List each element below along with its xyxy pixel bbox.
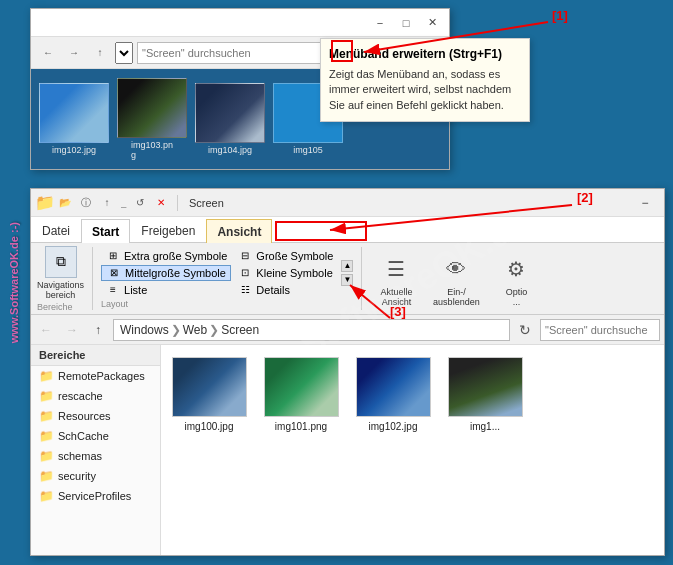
addr-refresh-button[interactable]: ↻: [514, 319, 536, 341]
tab-start[interactable]: Start: [81, 219, 130, 243]
file-grid-inner: img100.jpg img101.png img102.jpg img1...: [169, 353, 656, 436]
qat-up[interactable]: ↑: [98, 194, 116, 212]
up-button[interactable]: ↑: [89, 42, 111, 64]
bottom-window: 📁 📂 ⓘ ↑ ⎯ ↺ ✕ Screen − Datei Start Freig…: [30, 188, 665, 556]
back-button[interactable]: ←: [37, 42, 59, 64]
thumb-image-102: [39, 83, 109, 143]
folder-icon-serviceprofiles: 📁: [39, 489, 54, 503]
main-area: Bereiche 📁 RemotePackages 📁 rescache 📁 R…: [31, 345, 664, 555]
close-button[interactable]: ✕: [419, 12, 445, 34]
sidebar-label-schcache: SchCache: [58, 430, 109, 442]
addr-forward-button[interactable]: →: [61, 319, 83, 341]
file-name-img102: img102.jpg: [369, 421, 418, 432]
view-icon-small: ⊡: [237, 267, 253, 279]
sidebar-label-serviceprofiles: ServiceProfiles: [58, 490, 131, 502]
options-label: Optio...: [506, 287, 528, 307]
view-option-list[interactable]: ≡ Liste: [101, 283, 231, 297]
current-view-button[interactable]: ☰ AktuelleAnsicht: [370, 253, 422, 307]
view-options-grid: ⊞ Extra große Symbole ⊟ Große Symbole ⊠ …: [101, 249, 337, 297]
tab-freigeben[interactable]: Freigeben: [130, 218, 206, 242]
sidebar-item-rescache[interactable]: 📁 rescache: [31, 386, 160, 406]
forward-button[interactable]: →: [63, 42, 85, 64]
view-option-details[interactable]: ☷ Details: [233, 283, 337, 297]
qat-undo[interactable]: ↺: [131, 194, 149, 212]
sidebar-item-serviceprofiles[interactable]: 📁 ServiceProfiles: [31, 486, 160, 506]
toggle-show-button[interactable]: 👁 Ein-/ausblenden: [430, 253, 482, 307]
nav-panel-icon: ⧉: [45, 246, 77, 278]
arrow-label-3: [3]: [390, 304, 406, 319]
minimize-button[interactable]: −: [367, 12, 393, 34]
sidebar-item-schcache[interactable]: 📁 SchCache: [31, 426, 160, 446]
file-thumb-102[interactable]: img102.jpg: [39, 83, 109, 155]
folder-icon-resources: 📁: [39, 409, 54, 423]
addr-up-button[interactable]: ↑: [87, 319, 109, 341]
nav-section-label: Bereiche: [37, 302, 73, 312]
tooltip-body: Zeigt das Menüband an, sodass es immer e…: [329, 67, 521, 113]
maximize-button[interactable]: □: [393, 12, 419, 34]
addr-back-button[interactable]: ←: [35, 319, 57, 341]
ribbon-section-layout: ⊞ Extra große Symbole ⊟ Große Symbole ⊠ …: [101, 247, 362, 310]
window-controls: −: [632, 192, 658, 214]
sidebar-item-remotepackages[interactable]: 📁 RemotePackages: [31, 366, 160, 386]
view-scroll: ▲ ▼: [341, 260, 353, 286]
sidebar-item-schemas[interactable]: 📁 schemas: [31, 446, 160, 466]
sidebar-label-schemas: schemas: [58, 450, 102, 462]
ribbon-tabs: Datei Start Freigeben Ansicht: [31, 217, 664, 243]
minimize-btn-bottom[interactable]: −: [632, 192, 658, 214]
file-name-img101: img101.png: [275, 421, 327, 432]
options-button[interactable]: ⚙ Optio...: [490, 253, 542, 307]
watermark-text: www.SoftwareOK.de :-): [8, 222, 20, 343]
quick-access-toolbar: 📁 📂 ⓘ ↑ ⎯ ↺ ✕ Screen: [37, 194, 224, 212]
sidebar-label-security: security: [58, 470, 96, 482]
tooltip-box: Menüband erweitern (Strg+F1) Zeigt das M…: [320, 38, 530, 122]
qat-properties[interactable]: ⓘ: [77, 194, 95, 212]
qat-delete[interactable]: ✕: [152, 194, 170, 212]
thumb-label-102: img102.jpg: [52, 145, 96, 155]
ribbon-content: ⧉ Navigationsbereich Bereiche ⊞ Extra gr…: [31, 243, 664, 315]
sidebar: Bereiche 📁 RemotePackages 📁 rescache 📁 R…: [31, 345, 161, 555]
addr-search-input[interactable]: [540, 319, 660, 341]
file-thumb-103[interactable]: img103.png: [117, 78, 187, 160]
arrow-label-1: [1]: [552, 8, 568, 23]
scroll-up-arrow[interactable]: ▲: [341, 260, 353, 272]
view-icon-details: ☷: [237, 284, 253, 296]
window-title-path: Screen: [189, 197, 224, 209]
tab-ansicht[interactable]: Ansicht: [206, 219, 272, 243]
sidebar-item-security[interactable]: 📁 security: [31, 466, 160, 486]
tab-datei[interactable]: Datei: [31, 218, 81, 242]
folder-icon-rescache: 📁: [39, 389, 54, 403]
toggle-show-icon: 👁: [440, 253, 472, 285]
sidebar-label-resources: Resources: [58, 410, 111, 422]
toggle-show-label: Ein-/ausblenden: [433, 287, 480, 307]
view-option-medium[interactable]: ⊠ Mittelgroße Symbole: [101, 265, 231, 281]
file-item-img103[interactable]: img1...: [445, 353, 525, 436]
watermark-side: www.SoftwareOK.de :-): [0, 0, 28, 565]
layout-section-label: Layout: [101, 299, 128, 309]
path-dropdown[interactable]: [115, 42, 133, 64]
scroll-down-arrow[interactable]: ▼: [341, 274, 353, 286]
address-path[interactable]: Windows ❯ Web ❯ Screen: [113, 319, 510, 341]
sidebar-label-rescache: rescache: [58, 390, 103, 402]
file-item-img101[interactable]: img101.png: [261, 353, 341, 436]
view-option-extra-large[interactable]: ⊞ Extra große Symbole: [101, 249, 231, 263]
folder-icon-remotepackages: 📁: [39, 369, 54, 383]
view-option-large[interactable]: ⊟ Große Symbole: [233, 249, 337, 263]
thumb-label-104: img104.jpg: [208, 145, 252, 155]
top-window-titlebar: − □ ✕: [31, 9, 449, 37]
thumb-image-104: [195, 83, 265, 143]
file-item-img100[interactable]: img100.jpg: [169, 353, 249, 436]
bottom-titlebar: 📁 📂 ⓘ ↑ ⎯ ↺ ✕ Screen −: [31, 189, 664, 217]
sidebar-item-resources[interactable]: 📁 Resources: [31, 406, 160, 426]
file-thumb-104[interactable]: img104.jpg: [195, 83, 265, 155]
ribbon-section-right: ☰ AktuelleAnsicht 👁 Ein-/ausblenden ⚙ Op…: [370, 247, 550, 310]
ribbon-section-nav: ⧉ Navigationsbereich Bereiche: [37, 247, 93, 310]
file-thumb-img101: [264, 357, 339, 417]
file-item-img102[interactable]: img102.jpg: [353, 353, 433, 436]
address-bar: ← → ↑ Windows ❯ Web ❯ Screen ↻: [31, 315, 664, 345]
sidebar-label-remotepackages: RemotePackages: [58, 370, 145, 382]
view-icon-medium: ⊠: [106, 267, 122, 279]
view-option-small[interactable]: ⊡ Kleine Symbole: [233, 265, 337, 281]
view-icon-large: ⊟: [237, 250, 253, 262]
qat-new-folder[interactable]: 📂: [56, 194, 74, 212]
nav-panel-button[interactable]: ⧉ Navigationsbereich: [37, 246, 84, 300]
